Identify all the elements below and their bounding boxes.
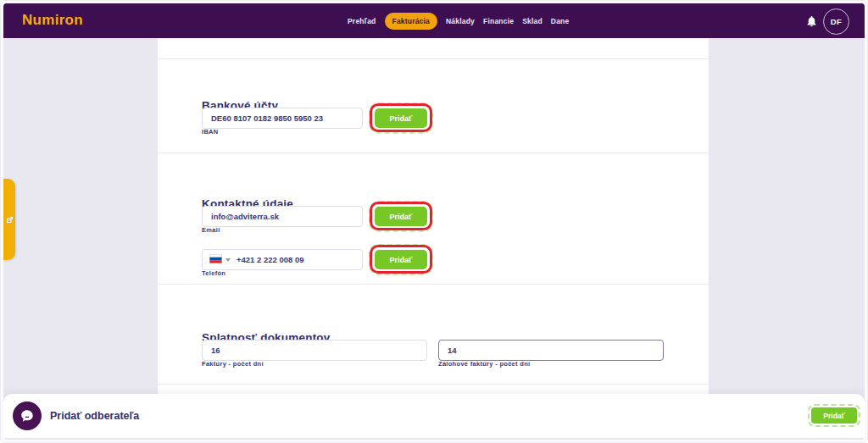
divider xyxy=(158,58,709,59)
email-input[interactable] xyxy=(202,206,363,227)
feedback-side-tab[interactable] xyxy=(3,179,15,260)
external-link-icon xyxy=(6,212,14,227)
slovakia-flag-icon[interactable] xyxy=(209,254,222,265)
invoices-days-label: Faktúry - počet dní xyxy=(202,360,264,368)
proforma-days-label: Zálohové faktúry - počet dní xyxy=(438,360,530,368)
app-logo[interactable]: Numiron xyxy=(22,12,83,29)
footer-bar: Pridať odberateľa Pridať xyxy=(3,394,865,438)
divider xyxy=(158,384,709,385)
add-email-button[interactable]: Pridať xyxy=(375,207,427,226)
app-frame: Numiron Prehľad Fakturácia Náklady Finan… xyxy=(3,3,865,440)
add-phone-button[interactable]: Pridať xyxy=(375,250,427,269)
iban-label: IBAN xyxy=(202,128,219,136)
main-nav: Prehľad Fakturácia Náklady Financie Skla… xyxy=(348,3,569,38)
nav-item-fakturacia[interactable]: Fakturácia xyxy=(385,13,438,30)
invoices-days-input[interactable] xyxy=(202,340,427,361)
phone-label: Telefón xyxy=(202,269,225,277)
page-title: Pridať odberateľa xyxy=(50,394,139,438)
iban-input[interactable] xyxy=(202,108,363,129)
email-label: Email xyxy=(202,226,220,234)
nav-item-naklady[interactable]: Náklady xyxy=(446,17,475,25)
dropdown-caret-icon[interactable] xyxy=(225,258,231,262)
top-navbar: Numiron Prehľad Fakturácia Náklady Finan… xyxy=(3,3,865,38)
nav-item-financie[interactable]: Financie xyxy=(483,17,514,25)
proforma-days-input[interactable] xyxy=(438,340,664,361)
phone-input[interactable]: +421 2 222 008 09 xyxy=(202,249,363,270)
bell-icon[interactable] xyxy=(805,14,818,28)
chat-bubble-icon xyxy=(13,401,42,430)
submit-button[interactable]: Pridať xyxy=(811,407,857,424)
settings-card: Bankové účty IBAN Pridať Kontaktné údaje… xyxy=(158,38,709,396)
phone-number-value: +421 2 222 008 09 xyxy=(236,255,304,264)
app-window: Numiron Prehľad Fakturácia Náklady Finan… xyxy=(0,0,868,443)
add-iban-button[interactable]: Pridať xyxy=(375,108,427,128)
nav-item-prehlad[interactable]: Prehľad xyxy=(348,17,376,25)
nav-item-sklad[interactable]: Sklad xyxy=(522,17,542,25)
user-avatar[interactable]: DF xyxy=(823,8,849,35)
divider xyxy=(158,284,709,285)
divider xyxy=(158,152,709,153)
nav-item-dane[interactable]: Dane xyxy=(551,17,570,25)
